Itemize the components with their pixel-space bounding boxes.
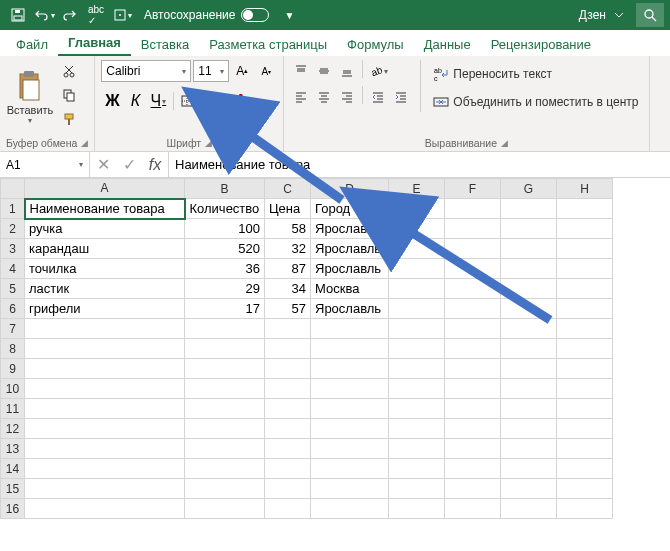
cell[interactable] xyxy=(557,499,613,519)
cell[interactable] xyxy=(501,459,557,479)
row-header[interactable]: 4 xyxy=(1,259,25,279)
tab-review[interactable]: Рецензирование xyxy=(481,33,601,56)
align-left-icon[interactable] xyxy=(290,86,312,108)
cell[interactable] xyxy=(445,399,501,419)
column-header[interactable]: F xyxy=(445,179,501,199)
cell[interactable] xyxy=(445,239,501,259)
cell[interactable] xyxy=(389,239,445,259)
search-icon[interactable] xyxy=(636,3,664,27)
cell[interactable] xyxy=(445,439,501,459)
cell[interactable] xyxy=(557,479,613,499)
tab-insert[interactable]: Вставка xyxy=(131,33,199,56)
dialog-launcher-icon[interactable]: ◢ xyxy=(81,138,88,148)
cell[interactable] xyxy=(25,359,185,379)
toggle-switch-icon[interactable] xyxy=(241,8,269,22)
cell[interactable]: Город xyxy=(311,199,389,219)
cell[interactable] xyxy=(25,319,185,339)
tab-formulas[interactable]: Формулы xyxy=(337,33,414,56)
cell[interactable] xyxy=(185,359,265,379)
column-header[interactable]: A xyxy=(25,179,185,199)
row-header[interactable]: 9 xyxy=(1,359,25,379)
cell[interactable] xyxy=(25,439,185,459)
row-header[interactable]: 6 xyxy=(1,299,25,319)
cell[interactable] xyxy=(25,459,185,479)
cell[interactable] xyxy=(265,499,311,519)
row-header[interactable]: 10 xyxy=(1,379,25,399)
column-header[interactable]: G xyxy=(501,179,557,199)
align-middle-icon[interactable] xyxy=(313,60,335,82)
cell[interactable] xyxy=(557,219,613,239)
qat-more-icon[interactable]: ▼ xyxy=(277,3,301,27)
cell[interactable] xyxy=(501,359,557,379)
cell[interactable]: 100 xyxy=(185,219,265,239)
cell[interactable] xyxy=(557,239,613,259)
row-header[interactable]: 8 xyxy=(1,339,25,359)
row-header[interactable]: 15 xyxy=(1,479,25,499)
cell[interactable]: Количество xyxy=(185,199,265,219)
increase-indent-icon[interactable] xyxy=(390,86,412,108)
tab-layout[interactable]: Разметка страницы xyxy=(199,33,337,56)
cell[interactable] xyxy=(557,379,613,399)
cell[interactable]: 17 xyxy=(185,299,265,319)
copy-icon[interactable] xyxy=(58,84,80,106)
cell[interactable]: Ярославль xyxy=(311,239,389,259)
paste-button[interactable]: Вставить ▾ xyxy=(6,60,54,135)
cell[interactable] xyxy=(445,299,501,319)
cell[interactable] xyxy=(25,479,185,499)
cell[interactable]: Ярославль xyxy=(311,259,389,279)
row-header[interactable]: 16 xyxy=(1,499,25,519)
cell[interactable] xyxy=(501,339,557,359)
cell[interactable] xyxy=(501,259,557,279)
decrease-font-icon[interactable]: A▾ xyxy=(255,60,277,82)
cell[interactable]: 29 xyxy=(185,279,265,299)
cell[interactable]: 34 xyxy=(265,279,311,299)
cell[interactable]: Москва xyxy=(311,279,389,299)
column-header[interactable]: D xyxy=(311,179,389,199)
orientation-icon[interactable]: ab▾ xyxy=(367,60,389,82)
cell[interactable] xyxy=(185,339,265,359)
align-top-icon[interactable] xyxy=(290,60,312,82)
cell[interactable]: 36 xyxy=(185,259,265,279)
cell[interactable]: Ярославль xyxy=(311,299,389,319)
italic-button[interactable]: К xyxy=(124,90,146,112)
touch-mode-icon[interactable]: ▾ xyxy=(110,3,134,27)
tab-data[interactable]: Данные xyxy=(414,33,481,56)
cell[interactable] xyxy=(445,359,501,379)
cell[interactable] xyxy=(445,479,501,499)
select-all-corner[interactable] xyxy=(1,179,25,199)
font-size-dropdown[interactable]: 11▾ xyxy=(193,60,229,82)
cell[interactable] xyxy=(25,379,185,399)
cell[interactable] xyxy=(501,479,557,499)
row-header[interactable]: 7 xyxy=(1,319,25,339)
cell[interactable] xyxy=(265,379,311,399)
borders-button[interactable]: ▾ xyxy=(178,90,200,112)
cell[interactable]: 520 xyxy=(185,239,265,259)
row-header[interactable]: 11 xyxy=(1,399,25,419)
bold-button[interactable]: Ж xyxy=(101,90,123,112)
row-header[interactable]: 13 xyxy=(1,439,25,459)
cell[interactable] xyxy=(557,339,613,359)
user-name[interactable]: Дзен xyxy=(579,8,606,22)
cell[interactable] xyxy=(265,359,311,379)
cell[interactable] xyxy=(185,439,265,459)
cell[interactable]: точилка xyxy=(25,259,185,279)
cell[interactable] xyxy=(445,339,501,359)
column-header[interactable]: H xyxy=(557,179,613,199)
cell[interactable] xyxy=(389,459,445,479)
cell[interactable] xyxy=(557,199,613,219)
cell[interactable] xyxy=(389,219,445,239)
dialog-launcher-icon[interactable]: ◢ xyxy=(501,138,508,148)
cell[interactable]: 57 xyxy=(265,299,311,319)
cell[interactable] xyxy=(311,379,389,399)
cell[interactable] xyxy=(501,419,557,439)
undo-icon[interactable]: ▾ xyxy=(32,3,56,27)
column-header[interactable]: C xyxy=(265,179,311,199)
cell[interactable] xyxy=(185,319,265,339)
cancel-icon[interactable]: ✕ xyxy=(90,155,116,174)
align-bottom-icon[interactable] xyxy=(336,60,358,82)
cut-icon[interactable] xyxy=(58,60,80,82)
tab-home[interactable]: Главная xyxy=(58,31,131,56)
font-name-dropdown[interactable]: Calibri▾ xyxy=(101,60,191,82)
cell[interactable] xyxy=(557,359,613,379)
row-header[interactable]: 2 xyxy=(1,219,25,239)
